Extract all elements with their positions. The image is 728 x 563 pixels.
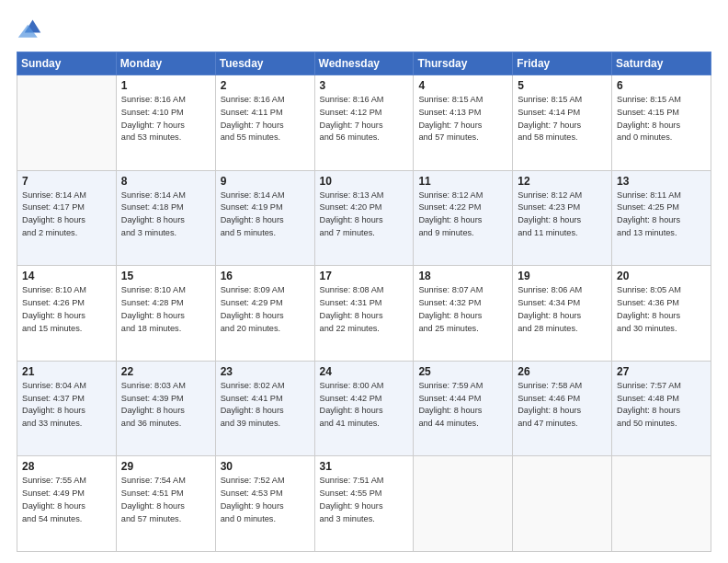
day-header-friday: Friday bbox=[513, 52, 612, 75]
logo bbox=[17, 17, 46, 42]
day-number: 27 bbox=[617, 365, 706, 378]
day-number: 1 bbox=[121, 79, 210, 92]
day-number: 24 bbox=[320, 365, 409, 378]
day-info: Sunrise: 8:11 AMSunset: 4:25 PMDaylight:… bbox=[617, 190, 706, 240]
day-number: 23 bbox=[221, 365, 310, 378]
day-info: Sunrise: 7:57 AMSunset: 4:48 PMDaylight:… bbox=[617, 380, 706, 431]
cal-cell: 13Sunrise: 8:11 AMSunset: 4:25 PMDayligh… bbox=[612, 170, 711, 266]
cal-cell: 10Sunrise: 8:13 AMSunset: 4:20 PMDayligh… bbox=[314, 170, 414, 266]
cal-cell: 1Sunrise: 8:16 AMSunset: 4:10 PMDaylight… bbox=[116, 75, 215, 171]
day-info: Sunrise: 8:14 AMSunset: 4:18 PMDaylight:… bbox=[121, 190, 210, 240]
day-number: 14 bbox=[22, 270, 111, 282]
day-number: 15 bbox=[121, 270, 210, 282]
day-number: 11 bbox=[418, 175, 507, 188]
cal-cell: 6Sunrise: 8:15 AMSunset: 4:15 PMDaylight… bbox=[612, 75, 711, 171]
cal-cell: 25Sunrise: 7:59 AMSunset: 4:44 PMDayligh… bbox=[414, 361, 513, 456]
day-number: 6 bbox=[617, 79, 706, 92]
cal-cell: 5Sunrise: 8:15 AMSunset: 4:14 PMDaylight… bbox=[513, 75, 612, 171]
day-info: Sunrise: 7:59 AMSunset: 4:44 PMDaylight:… bbox=[418, 380, 507, 431]
cal-cell: 30Sunrise: 7:52 AMSunset: 4:53 PMDayligh… bbox=[215, 456, 314, 552]
day-header-thursday: Thursday bbox=[414, 52, 513, 75]
cal-cell: 19Sunrise: 8:06 AMSunset: 4:34 PMDayligh… bbox=[513, 266, 612, 362]
day-info: Sunrise: 8:06 AMSunset: 4:34 PMDaylight:… bbox=[518, 284, 607, 335]
logo-icon bbox=[17, 17, 42, 42]
cal-cell: 11Sunrise: 8:12 AMSunset: 4:22 PMDayligh… bbox=[414, 170, 513, 266]
cal-cell: 22Sunrise: 8:03 AMSunset: 4:39 PMDayligh… bbox=[116, 361, 215, 456]
cal-cell: 4Sunrise: 8:15 AMSunset: 4:13 PMDaylight… bbox=[414, 75, 513, 171]
cal-cell: 31Sunrise: 7:51 AMSunset: 4:55 PMDayligh… bbox=[314, 456, 414, 552]
day-number: 31 bbox=[320, 460, 409, 473]
calendar-table: SundayMondayTuesdayWednesdayThursdayFrid… bbox=[17, 52, 711, 552]
header bbox=[17, 17, 711, 42]
day-number: 17 bbox=[320, 270, 409, 282]
day-number: 4 bbox=[418, 79, 507, 92]
day-info: Sunrise: 8:15 AMSunset: 4:15 PMDaylight:… bbox=[617, 94, 706, 144]
day-number: 8 bbox=[121, 175, 210, 188]
day-info: Sunrise: 8:05 AMSunset: 4:36 PMDaylight:… bbox=[617, 284, 706, 335]
day-number: 9 bbox=[221, 175, 310, 188]
day-header-tuesday: Tuesday bbox=[215, 52, 314, 75]
cal-cell: 14Sunrise: 8:10 AMSunset: 4:26 PMDayligh… bbox=[17, 266, 117, 362]
day-info: Sunrise: 8:16 AMSunset: 4:12 PMDaylight:… bbox=[320, 94, 409, 144]
day-header-saturday: Saturday bbox=[612, 52, 711, 75]
day-info: Sunrise: 7:54 AMSunset: 4:51 PMDaylight:… bbox=[121, 475, 210, 525]
page: SundayMondayTuesdayWednesdayThursdayFrid… bbox=[0, 0, 728, 563]
day-info: Sunrise: 8:13 AMSunset: 4:20 PMDaylight:… bbox=[320, 190, 409, 240]
cal-cell: 28Sunrise: 7:55 AMSunset: 4:49 PMDayligh… bbox=[17, 456, 117, 552]
day-number: 29 bbox=[121, 460, 210, 473]
day-number: 12 bbox=[518, 175, 607, 188]
day-info: Sunrise: 8:10 AMSunset: 4:26 PMDaylight:… bbox=[22, 284, 111, 335]
day-number: 21 bbox=[22, 365, 111, 378]
day-number: 16 bbox=[221, 270, 310, 282]
day-info: Sunrise: 8:15 AMSunset: 4:13 PMDaylight:… bbox=[418, 94, 507, 144]
cal-cell: 2Sunrise: 8:16 AMSunset: 4:11 PMDaylight… bbox=[215, 75, 314, 171]
cal-cell: 20Sunrise: 8:05 AMSunset: 4:36 PMDayligh… bbox=[612, 266, 711, 362]
day-info: Sunrise: 8:14 AMSunset: 4:19 PMDaylight:… bbox=[221, 190, 310, 240]
day-info: Sunrise: 8:00 AMSunset: 4:42 PMDaylight:… bbox=[320, 380, 409, 431]
day-number: 18 bbox=[418, 270, 507, 282]
cal-cell: 3Sunrise: 8:16 AMSunset: 4:12 PMDaylight… bbox=[314, 75, 414, 171]
cal-cell: 16Sunrise: 8:09 AMSunset: 4:29 PMDayligh… bbox=[215, 266, 314, 362]
cal-cell: 15Sunrise: 8:10 AMSunset: 4:28 PMDayligh… bbox=[116, 266, 215, 362]
cal-cell: 17Sunrise: 8:08 AMSunset: 4:31 PMDayligh… bbox=[314, 266, 414, 362]
day-info: Sunrise: 8:12 AMSunset: 4:23 PMDaylight:… bbox=[518, 190, 607, 240]
cal-cell: 18Sunrise: 8:07 AMSunset: 4:32 PMDayligh… bbox=[414, 266, 513, 362]
day-info: Sunrise: 8:02 AMSunset: 4:41 PMDaylight:… bbox=[221, 380, 310, 431]
cal-cell: 12Sunrise: 8:12 AMSunset: 4:23 PMDayligh… bbox=[513, 170, 612, 266]
day-info: Sunrise: 8:08 AMSunset: 4:31 PMDaylight:… bbox=[320, 284, 409, 335]
day-info: Sunrise: 7:58 AMSunset: 4:46 PMDaylight:… bbox=[518, 380, 607, 431]
day-number: 22 bbox=[121, 365, 210, 378]
day-number: 13 bbox=[617, 175, 706, 188]
cal-cell: 27Sunrise: 7:57 AMSunset: 4:48 PMDayligh… bbox=[612, 361, 711, 456]
cal-cell: 23Sunrise: 8:02 AMSunset: 4:41 PMDayligh… bbox=[215, 361, 314, 456]
day-info: Sunrise: 8:12 AMSunset: 4:22 PMDaylight:… bbox=[418, 190, 507, 240]
cal-cell: 9Sunrise: 8:14 AMSunset: 4:19 PMDaylight… bbox=[215, 170, 314, 266]
day-info: Sunrise: 7:51 AMSunset: 4:55 PMDaylight:… bbox=[320, 475, 409, 525]
cal-cell bbox=[612, 456, 711, 552]
day-number: 3 bbox=[320, 79, 409, 92]
cal-cell: 8Sunrise: 8:14 AMSunset: 4:18 PMDaylight… bbox=[116, 170, 215, 266]
day-number: 30 bbox=[221, 460, 310, 473]
day-number: 5 bbox=[518, 79, 607, 92]
day-info: Sunrise: 8:15 AMSunset: 4:14 PMDaylight:… bbox=[518, 94, 607, 144]
cal-cell: 21Sunrise: 8:04 AMSunset: 4:37 PMDayligh… bbox=[17, 361, 117, 456]
cal-cell bbox=[414, 456, 513, 552]
day-header-monday: Monday bbox=[116, 52, 215, 75]
day-info: Sunrise: 8:03 AMSunset: 4:39 PMDaylight:… bbox=[121, 380, 210, 431]
day-info: Sunrise: 8:07 AMSunset: 4:32 PMDaylight:… bbox=[418, 284, 507, 335]
cal-cell bbox=[513, 456, 612, 552]
day-number: 26 bbox=[518, 365, 607, 378]
day-info: Sunrise: 7:55 AMSunset: 4:49 PMDaylight:… bbox=[22, 475, 111, 525]
cal-cell: 24Sunrise: 8:00 AMSunset: 4:42 PMDayligh… bbox=[314, 361, 414, 456]
cal-cell: 7Sunrise: 8:14 AMSunset: 4:17 PMDaylight… bbox=[17, 170, 117, 266]
day-number: 7 bbox=[22, 175, 111, 188]
day-number: 2 bbox=[221, 79, 310, 92]
day-header-sunday: Sunday bbox=[17, 52, 117, 75]
day-info: Sunrise: 8:16 AMSunset: 4:11 PMDaylight:… bbox=[221, 94, 310, 144]
day-info: Sunrise: 8:16 AMSunset: 4:10 PMDaylight:… bbox=[121, 94, 210, 144]
day-header-wednesday: Wednesday bbox=[314, 52, 414, 75]
cal-cell: 26Sunrise: 7:58 AMSunset: 4:46 PMDayligh… bbox=[513, 361, 612, 456]
day-number: 10 bbox=[320, 175, 409, 188]
day-info: Sunrise: 8:04 AMSunset: 4:37 PMDaylight:… bbox=[22, 380, 111, 431]
day-info: Sunrise: 8:09 AMSunset: 4:29 PMDaylight:… bbox=[221, 284, 310, 335]
